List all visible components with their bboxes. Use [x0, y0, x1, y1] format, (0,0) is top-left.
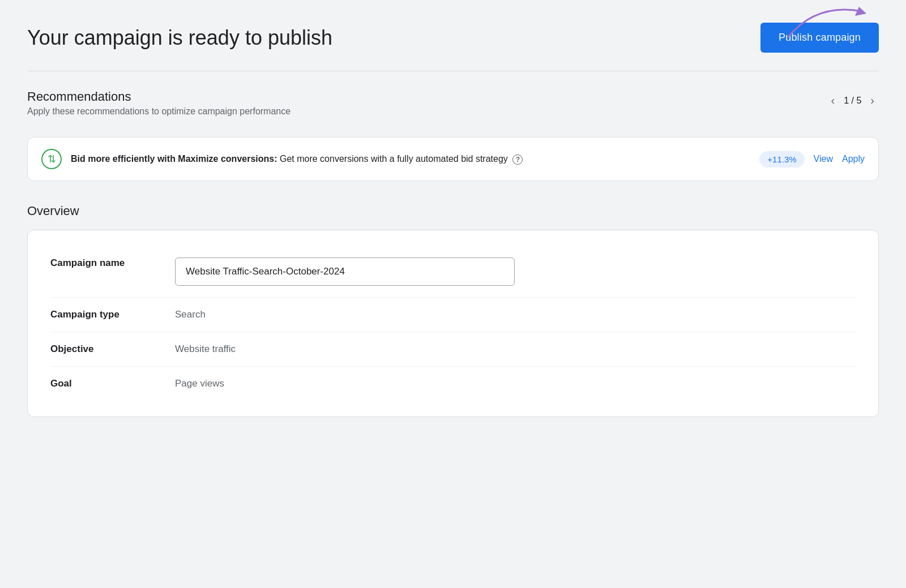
- arrow-decoration: [783, 0, 873, 45]
- page-header: Your campaign is ready to publish Publis…: [27, 23, 879, 53]
- campaign-name-input[interactable]: [175, 257, 515, 286]
- recommendation-text-rest: Get more conversions with a fully automa…: [277, 154, 508, 164]
- page-title: Your campaign is ready to publish: [27, 25, 332, 50]
- recommendation-actions: +11.3% View Apply: [759, 151, 865, 168]
- recommendations-title: Recommendations: [27, 89, 827, 104]
- pagination-next-button[interactable]: ›: [866, 92, 879, 109]
- view-button[interactable]: View: [814, 154, 833, 164]
- recommendations-header: Recommendations Apply these recommendati…: [27, 89, 879, 128]
- objective-row: Objective Website traffic: [50, 332, 856, 367]
- objective-label: Objective: [50, 344, 175, 355]
- pagination-text: 1 / 5: [844, 96, 861, 106]
- overview-card: Campaign name Campaign type Search Objec…: [27, 230, 879, 417]
- campaign-type-value: Search: [175, 309, 856, 320]
- overview-section: Overview Campaign name Campaign type Sea…: [27, 204, 879, 417]
- recommendation-text-bold: Bid more efficiently with Maximize conve…: [71, 154, 277, 164]
- apply-button[interactable]: Apply: [842, 154, 865, 164]
- chevron-right-icon: ›: [870, 94, 874, 107]
- objective-value: Website traffic: [175, 344, 856, 355]
- publish-area: Publish campaign: [760, 23, 879, 53]
- goal-value: Page views: [175, 378, 856, 389]
- pagination: ‹ 1 / 5 ›: [827, 89, 879, 109]
- bid-arrows-icon: ⇅: [48, 153, 56, 165]
- bid-icon: ⇅: [41, 149, 62, 169]
- campaign-name-label: Campaign name: [50, 257, 175, 269]
- campaign-name-row: Campaign name: [50, 246, 856, 298]
- recommendations-title-block: Recommendations Apply these recommendati…: [27, 89, 827, 128]
- campaign-type-row: Campaign type Search: [50, 298, 856, 332]
- recommendations-subtitle: Apply these recommendations to optimize …: [27, 106, 827, 117]
- campaign-type-label: Campaign type: [50, 309, 175, 320]
- recommendation-text: Bid more efficiently with Maximize conve…: [71, 152, 750, 166]
- percentage-badge: +11.3%: [759, 151, 804, 168]
- recommendation-card: ⇅ Bid more efficiently with Maximize con…: [27, 137, 879, 181]
- chevron-left-icon: ‹: [831, 94, 835, 107]
- pagination-prev-button[interactable]: ‹: [827, 92, 840, 109]
- goal-label: Goal: [50, 378, 175, 389]
- header-divider: [27, 71, 879, 71]
- goal-row: Goal Page views: [50, 367, 856, 401]
- overview-title: Overview: [27, 204, 879, 218]
- help-icon[interactable]: ?: [512, 154, 523, 165]
